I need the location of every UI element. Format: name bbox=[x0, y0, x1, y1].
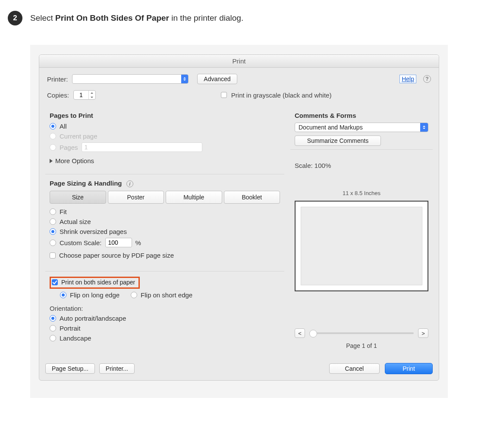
size-custom-label: Custom Scale: bbox=[60, 239, 102, 246]
pages-to-print-panel: Pages to Print All Current page Pages bbox=[45, 107, 284, 170]
dialog-footer: Page Setup... Printer... Cancel Print bbox=[39, 360, 439, 380]
size-fit-option[interactable]: Fit bbox=[50, 208, 280, 215]
choose-paper-source-label: Choose paper source by PDF page size bbox=[59, 252, 174, 259]
radio-icon bbox=[50, 240, 56, 246]
radio-icon bbox=[50, 335, 56, 341]
dialog-top-section: Printer: Advanced Help ? Copies: bbox=[39, 68, 439, 107]
comments-forms-value: Document and Markups bbox=[299, 124, 363, 131]
copies-label: Copies: bbox=[47, 91, 69, 99]
cancel-button[interactable]: Cancel bbox=[329, 363, 380, 374]
preview-thumbnail bbox=[301, 207, 422, 285]
orientation-auto-label: Auto portrait/landscape bbox=[60, 315, 126, 322]
tab-size[interactable]: Size bbox=[50, 191, 106, 204]
info-icon[interactable]: i bbox=[126, 180, 133, 187]
grayscale-label: Print in grayscale (black and white) bbox=[231, 91, 332, 99]
next-page-button[interactable]: > bbox=[418, 328, 428, 338]
custom-scale-input[interactable] bbox=[105, 238, 132, 247]
print-both-sides-highlight: Print on both sides of paper bbox=[50, 277, 140, 289]
size-shrink-label: Shrink oversized pages bbox=[60, 228, 127, 235]
step-number-badge: 2 bbox=[8, 11, 22, 25]
choose-paper-source-option[interactable]: Choose paper source by PDF page size bbox=[50, 252, 280, 259]
size-actual-label: Actual size bbox=[60, 218, 91, 225]
chevron-updown-icon bbox=[181, 75, 189, 83]
page-setup-button[interactable]: Page Setup... bbox=[45, 363, 95, 374]
preview-panel: Scale: 100% 11 x 8.5 Inches < > Page 1 o… bbox=[290, 149, 433, 354]
pages-to-print-title: Pages to Print bbox=[50, 112, 280, 119]
size-shrink-option[interactable]: Shrink oversized pages bbox=[50, 228, 280, 235]
flip-long-edge-label: Flip on long edge bbox=[70, 291, 120, 299]
pages-range-option: Pages bbox=[50, 142, 280, 152]
step-instruction: 2 Select Print On Both Sides Of Paper in… bbox=[0, 0, 478, 30]
right-column: Comments & Forms Document and Markups Su… bbox=[290, 107, 433, 354]
comments-forms-title: Comments & Forms bbox=[295, 112, 428, 119]
duplex-orientation-panel: Print on both sides of paper Flip on lon… bbox=[45, 271, 284, 350]
copies-stepper[interactable] bbox=[73, 90, 96, 100]
tab-multiple[interactable]: Multiple bbox=[166, 191, 222, 204]
printer-select[interactable] bbox=[72, 74, 189, 84]
preview-pager: < > bbox=[295, 328, 428, 338]
step-text-bold: Print On Both Sides Of Paper bbox=[55, 13, 169, 22]
radio-icon bbox=[50, 133, 56, 139]
radio-icon bbox=[50, 325, 56, 331]
step-text-prefix: Select bbox=[30, 13, 55, 22]
screenshot-canvas: Print Printer: Advanced Help ? bbox=[30, 45, 448, 398]
comments-forms-select[interactable]: Document and Markups bbox=[295, 123, 428, 132]
pages-all-option[interactable]: All bbox=[50, 123, 280, 130]
orientation-landscape-label: Landscape bbox=[60, 334, 91, 342]
page-indicator: Page 1 of 1 bbox=[295, 342, 428, 349]
pages-current-option: Current page bbox=[50, 133, 280, 140]
radio-icon bbox=[50, 144, 56, 151]
chevron-updown-icon bbox=[420, 123, 428, 132]
help-icon[interactable]: ? bbox=[423, 75, 431, 83]
checkbox-icon bbox=[50, 252, 56, 259]
page-sizing-panel: Page Sizing & Handling i Size Poster Mul… bbox=[45, 174, 284, 267]
radio-icon bbox=[50, 123, 56, 129]
radio-icon bbox=[50, 315, 56, 322]
stepper-buttons[interactable] bbox=[88, 91, 95, 99]
tab-booklet[interactable]: Booklet bbox=[224, 191, 280, 204]
more-options-label: More Options bbox=[55, 157, 94, 164]
size-actual-option[interactable]: Actual size bbox=[50, 218, 280, 225]
summarize-comments-button[interactable]: Summarize Comments bbox=[295, 136, 381, 146]
help-link[interactable]: Help bbox=[399, 75, 416, 83]
orientation-portrait-option[interactable]: Portrait bbox=[50, 325, 280, 332]
printer-button[interactable]: Printer... bbox=[99, 363, 135, 374]
grayscale-checkbox[interactable] bbox=[221, 92, 227, 98]
dialog-title: Print bbox=[233, 57, 246, 65]
preview-dimensions: 11 x 8.5 Inches bbox=[295, 190, 428, 196]
size-fit-label: Fit bbox=[60, 208, 67, 215]
print-dialog: Print Printer: Advanced Help ? bbox=[39, 54, 439, 381]
print-button[interactable]: Print bbox=[385, 363, 433, 374]
page-sizing-title-text: Page Sizing & Handling bbox=[50, 180, 122, 187]
print-both-sides-label: Print on both sides of paper bbox=[61, 279, 135, 286]
pages-range-label: Pages bbox=[60, 144, 78, 151]
triangle-right-icon bbox=[50, 159, 53, 163]
dialog-titlebar: Print bbox=[39, 55, 439, 68]
flip-short-edge-label: Flip on short edge bbox=[141, 291, 192, 299]
pages-all-label: All bbox=[60, 123, 67, 130]
radio-icon bbox=[131, 292, 137, 298]
dialog-body: Pages to Print All Current page Pages bbox=[39, 107, 439, 360]
flip-long-edge-option[interactable]: Flip on long edge bbox=[60, 291, 120, 299]
orientation-auto-option[interactable]: Auto portrait/landscape bbox=[50, 315, 280, 322]
orientation-title: Orientation: bbox=[50, 305, 280, 312]
advanced-button[interactable]: Advanced bbox=[197, 74, 237, 84]
orientation-portrait-label: Portrait bbox=[60, 325, 80, 332]
radio-icon bbox=[60, 292, 66, 298]
pages-range-input[interactable] bbox=[82, 142, 202, 152]
scale-label: Scale: 100% bbox=[295, 162, 428, 169]
step-text-suffix: in the printer dialog. bbox=[169, 13, 243, 22]
radio-icon bbox=[50, 228, 56, 235]
comments-forms-panel: Comments & Forms Document and Markups Su… bbox=[290, 107, 433, 149]
more-options-toggle[interactable]: More Options bbox=[50, 157, 94, 164]
radio-icon bbox=[50, 218, 56, 225]
print-both-sides-checkbox[interactable] bbox=[52, 279, 58, 285]
prev-page-button[interactable]: < bbox=[295, 328, 305, 338]
orientation-landscape-option[interactable]: Landscape bbox=[50, 334, 280, 342]
sizing-tabs: Size Poster Multiple Booklet bbox=[50, 191, 280, 204]
page-slider[interactable] bbox=[309, 332, 414, 334]
copies-input[interactable] bbox=[74, 91, 88, 99]
size-custom-option[interactable]: Custom Scale: % bbox=[50, 238, 280, 247]
flip-short-edge-option[interactable]: Flip on short edge bbox=[131, 291, 192, 299]
tab-poster[interactable]: Poster bbox=[108, 191, 164, 204]
